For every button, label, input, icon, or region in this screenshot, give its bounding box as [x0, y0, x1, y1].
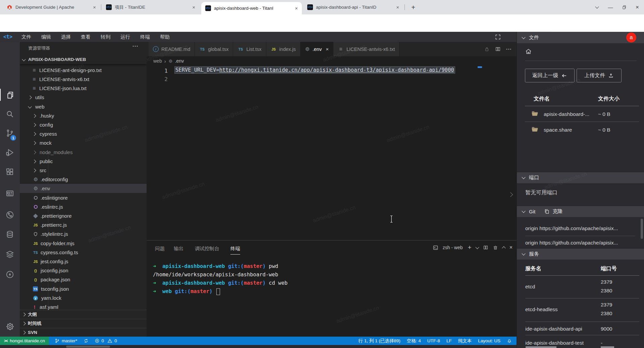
git-remote[interactable]: origin https://github.com/apache/apisix.…	[525, 240, 618, 246]
git-remote[interactable]: origin https://github.com/apache/apisix.…	[525, 225, 618, 231]
breadcrumb[interactable]: web › .env	[147, 56, 517, 66]
tree-item[interactable]: TStsconfig.json	[20, 284, 147, 293]
language-mode[interactable]: 纯文本	[458, 338, 472, 344]
settings-gear-icon[interactable]	[5, 322, 14, 331]
new-terminal-icon[interactable]: +	[468, 244, 472, 251]
cursor-position[interactable]: 行 1, 列 1 (已选择89)	[358, 338, 400, 344]
new-tab-button[interactable]: +	[409, 3, 418, 12]
eol[interactable]: LF	[446, 338, 452, 343]
outline-section[interactable]: 大纲	[20, 310, 147, 319]
file-row-name[interactable]: space.share	[544, 127, 572, 133]
menu-go[interactable]: 转到	[96, 34, 115, 40]
browser-tab-active[interactable]: <t> apisix-dashboard-web - TitanI ×	[201, 2, 302, 14]
git-branch-status[interactable]: master*	[52, 337, 80, 345]
search-icon[interactable]	[5, 110, 14, 119]
tree-item-selected[interactable]: .env	[20, 184, 147, 193]
kill-terminal-icon[interactable]	[493, 245, 498, 250]
encoding[interactable]: UTF-8	[427, 338, 440, 343]
link-url[interactable]: http://hongxi.titanide.cn/app/apisix-das…	[219, 67, 454, 73]
menu-run[interactable]: 运行	[115, 34, 135, 40]
tree-item[interactable]: .stylelintrc.js	[20, 229, 147, 238]
files-section-header[interactable]: 文件	[517, 32, 644, 43]
code-line-1[interactable]: SERVE_URL_DEV=http://hongxi.titanide.cn/…	[175, 67, 455, 73]
go-up-button[interactable]: 返回上一级	[525, 69, 575, 82]
bell-icon[interactable]	[507, 338, 512, 343]
remote-indicator[interactable]: >< hongxi.titanide.cn	[0, 337, 49, 345]
editor-tab[interactable]: JSindex.js	[266, 42, 301, 56]
terminal-prompt-line[interactable]: ➜ web git:(master)	[153, 288, 220, 295]
explorer-more-actions[interactable]: ···	[132, 43, 139, 49]
menu-terminal[interactable]: 终端	[135, 34, 155, 40]
tab-terminal-active[interactable]: 终端	[230, 246, 240, 255]
tab-search-chevron-icon[interactable]	[590, 0, 604, 14]
lightning-icon[interactable]	[5, 270, 14, 279]
clone-button[interactable]: 克隆	[552, 208, 562, 215]
preview-card-icon[interactable]	[5, 189, 14, 198]
tree-folder[interactable]: node_modules	[20, 148, 147, 157]
upload-button[interactable]: 上传文件	[577, 69, 622, 82]
window-close-button[interactable]: ×	[631, 0, 644, 14]
clone-repo-icon[interactable]	[544, 209, 550, 214]
maximize-panel-icon[interactable]	[502, 246, 505, 250]
tab-debug-console[interactable]: 调试控制台	[195, 246, 219, 252]
tab-close-icon[interactable]: ×	[326, 46, 329, 52]
tree-item[interactable]: ≡LICENSE-antvis-x6.txt	[20, 75, 147, 84]
database-icon[interactable]	[5, 230, 14, 239]
tab-close-icon[interactable]: ×	[192, 5, 195, 10]
browser-tab[interactable]: Development Guide | Apache ×	[3, 0, 100, 14]
tree-item[interactable]: {}package.json	[20, 275, 147, 284]
layers-icon[interactable]	[5, 250, 14, 259]
tree-folder[interactable]: web	[20, 102, 147, 111]
editor-tab[interactable]: ≡LICENSE-antvis-x6.txt	[333, 42, 399, 56]
svn-section[interactable]: SVN	[20, 328, 147, 337]
window-restore-button[interactable]	[617, 0, 631, 14]
tree-folder[interactable]: config	[20, 120, 147, 129]
tree-item[interactable]: ≡LICENSE-json.lua.txt	[20, 84, 147, 93]
menu-file[interactable]: 文件	[16, 34, 36, 40]
lock-icon[interactable]	[484, 46, 490, 52]
split-terminal-icon[interactable]	[483, 245, 488, 250]
sync-button[interactable]	[80, 337, 92, 345]
services-section-header[interactable]: 服务	[517, 248, 644, 260]
tree-root[interactable]: APISIX-DASHBOARD-WEB	[20, 55, 147, 64]
horizontal-scrollbar-thumb[interactable]	[66, 346, 110, 348]
tree-item[interactable]: JS.prettierrc.js	[20, 220, 147, 229]
tree-item[interactable]: JSjest.config.js	[20, 257, 147, 266]
tree-item[interactable]: yyarn.lock	[20, 293, 147, 302]
tree-item[interactable]: {}jsconfig.json	[20, 266, 147, 275]
browser-tab[interactable]: <t> apisix-dashboard-api - TitanID ×	[303, 0, 403, 14]
split-editor-icon[interactable]	[495, 46, 501, 52]
extensions-icon[interactable]	[5, 167, 14, 177]
browser-tab[interactable]: <t> 项目 - TitanIDE ×	[102, 0, 199, 14]
editor-tab-active[interactable]: .env ×	[301, 42, 333, 56]
tree-item[interactable]: .eslintignore	[20, 193, 147, 202]
tree-item[interactable]: .editorconfig	[20, 175, 147, 184]
scrollbar-thumb[interactable]	[641, 219, 643, 239]
tree-item[interactable]: JScopy-folder.mjs	[20, 239, 147, 248]
panel-expand-chevron[interactable]	[509, 192, 512, 197]
git-section-header[interactable]: Git 克隆	[517, 206, 644, 217]
tree-folder[interactable]: public	[20, 157, 147, 166]
editor-more-actions-icon[interactable]: ···	[506, 47, 512, 52]
ports-section-header[interactable]: 端口	[517, 172, 644, 183]
keyboard-layout[interactable]: Layout: US	[478, 338, 500, 343]
tab-close-icon[interactable]: ×	[295, 6, 298, 11]
problems-status[interactable]: 0 0	[92, 337, 120, 345]
tree-item[interactable]: .eslintrc.js	[20, 202, 147, 211]
shell-selector[interactable]: zsh - web	[443, 245, 463, 250]
window-minimize-button[interactable]: —	[604, 0, 617, 14]
tree-item[interactable]: .prettierignore	[20, 211, 147, 220]
editor-tab[interactable]: TSList.tsx	[233, 42, 266, 56]
menu-view[interactable]: 查看	[76, 34, 96, 40]
tree-item[interactable]: TScypress.config.ts	[20, 248, 147, 257]
code-review-icon[interactable]	[5, 210, 14, 219]
menu-help[interactable]: 帮助	[155, 34, 175, 40]
tree-folder[interactable]: utils	[20, 93, 147, 102]
tab-close-icon[interactable]: ×	[396, 5, 399, 10]
titanide-logo[interactable]: <t>	[0, 34, 16, 40]
terminal-dropdown-icon[interactable]	[475, 245, 479, 249]
fullscreen-icon[interactable]	[495, 34, 517, 40]
timeline-section[interactable]: 时间线	[20, 319, 147, 328]
tree-folder[interactable]: .husky	[20, 111, 147, 120]
indentation[interactable]: 空格: 4	[407, 338, 421, 344]
